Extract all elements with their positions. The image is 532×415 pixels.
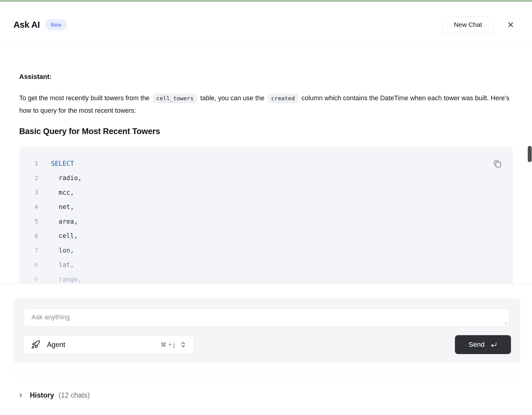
beta-badge: Beta	[45, 19, 67, 30]
line-number: 5	[19, 218, 38, 225]
line-number: 4	[19, 204, 38, 211]
assistant-message-text: To get the most recently built towers fr…	[19, 92, 513, 117]
code-text: lon,	[51, 247, 74, 254]
title-row: Ask AI Beta	[13, 19, 67, 30]
input-wrapper	[24, 308, 509, 327]
message-text-part: To get the most recently built towers fr…	[19, 94, 151, 102]
line-number: 2	[19, 175, 38, 182]
code-line: 2 radio,	[19, 171, 513, 186]
section-heading: Basic Query for Most Recent Towers	[19, 127, 513, 136]
panel-title: Ask AI	[13, 20, 40, 30]
code-text: area,	[51, 218, 78, 225]
keyboard-shortcut: ⌘ + j	[161, 341, 175, 348]
code-line: 8 lat,	[19, 258, 513, 272]
code-line: 7 lon,	[19, 243, 513, 258]
history-count: (12 chats)	[59, 391, 90, 399]
chevron-right-icon	[18, 392, 24, 398]
close-button[interactable]	[505, 19, 517, 31]
line-number: 1	[19, 160, 38, 167]
send-button[interactable]: Send	[455, 335, 511, 354]
new-chat-button[interactable]: New Chat	[442, 16, 494, 34]
code-line: 5 area,	[19, 214, 513, 229]
message-text-part: table, you can use the	[198, 94, 266, 102]
assistant-role-label: Assistant:	[19, 73, 513, 81]
mode-shortcut-group: ⌘ + j	[161, 341, 186, 348]
code-text: net,	[51, 203, 74, 211]
composer-panel: Agent ⌘ + j Send	[13, 298, 520, 363]
inline-code-created: created	[268, 94, 298, 103]
code-text: range,	[51, 276, 82, 283]
panel-header: Ask AI Beta New Chat	[0, 2, 532, 48]
line-number: 3	[19, 189, 38, 196]
rocket-icon	[31, 340, 40, 349]
code-line: 1 SELECT	[19, 156, 513, 171]
line-number: 9	[19, 276, 38, 283]
line-number: 8	[19, 261, 38, 268]
mode-label: Agent	[47, 341, 65, 349]
return-arrow-icon	[490, 341, 497, 348]
code-text: mcc,	[51, 189, 74, 196]
code-line: 4 net,	[19, 200, 513, 215]
message-scroll-area: Assistant: To get the most recently buil…	[0, 48, 532, 284]
agent-mode-selector[interactable]: Agent ⌘ + j	[23, 335, 194, 354]
inline-code-cell-towers: cell_towers	[153, 94, 197, 103]
scrollbar-thumb[interactable]	[528, 146, 532, 162]
ask-ai-panel: Ask AI Beta New Chat Assistant: To get t…	[0, 0, 532, 415]
line-number: 6	[19, 232, 38, 239]
send-label: Send	[469, 341, 485, 349]
copy-icon	[493, 159, 502, 168]
code-line: 9 range,	[19, 272, 513, 284]
chevrons-up-down-icon	[180, 341, 186, 348]
close-icon	[507, 21, 515, 29]
line-number: 7	[19, 247, 38, 254]
history-toggle[interactable]: History (12 chats)	[18, 388, 90, 403]
code-text: radio,	[51, 174, 82, 182]
code-text: SELECT	[51, 160, 74, 167]
history-divider	[12, 376, 520, 376]
sql-code-block: 1 SELECT 2 radio, 3 mcc, 4 net, 5 area, …	[19, 147, 513, 284]
code-lines: 1 SELECT 2 radio, 3 mcc, 4 net, 5 area, …	[19, 156, 513, 284]
code-line: 3 mcc,	[19, 185, 513, 200]
history-label: History	[30, 391, 54, 399]
copy-code-button[interactable]	[491, 157, 504, 170]
ask-anything-input[interactable]	[24, 308, 509, 327]
code-line: 6 cell,	[19, 229, 513, 243]
header-actions: New Chat	[442, 16, 517, 34]
resize-handle[interactable]	[503, 320, 508, 325]
code-text: lat,	[51, 261, 74, 268]
code-text: cell,	[51, 232, 78, 239]
